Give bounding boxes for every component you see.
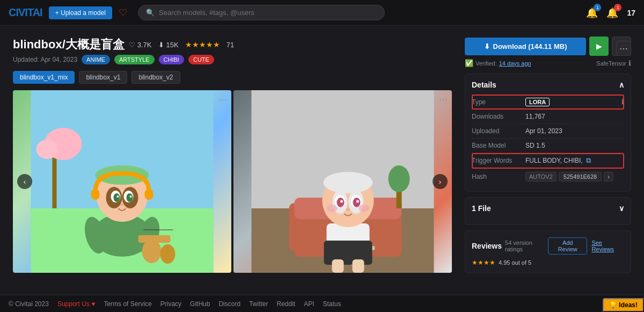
- search-bar[interactable]: 🔍: [138, 5, 385, 20]
- version-tab-v1mix[interactable]: blindbox_v1_mix: [13, 71, 75, 84]
- upload-label: + Upload a model: [55, 9, 106, 17]
- bell-badge: 1: [614, 4, 621, 11]
- likes-count: 3.7K: [137, 41, 152, 49]
- hash-value: 525491E628: [559, 172, 602, 182]
- model-stats: ♡ 3.7K ⬇ 15K ★★★★★ 71: [129, 40, 234, 49]
- hash-value-row: AUTOV2 525491E628 ›: [525, 172, 613, 182]
- version-tab-v1[interactable]: blindbox_v1: [79, 71, 127, 84]
- svg-point-33: [389, 165, 410, 192]
- notifications-icon[interactable]: 🔔 1: [586, 7, 598, 19]
- svg-point-17: [121, 204, 124, 206]
- more-options-button[interactable]: ⋯: [616, 41, 631, 56]
- hash-expand-icon[interactable]: ›: [604, 172, 613, 182]
- trigger-text: FULL BODY, CHIBI,: [525, 157, 583, 164]
- download-row: ⬇ Download (144.11 MB) ▶ ♡: [465, 37, 631, 56]
- base-model-value: SD 1.5: [525, 142, 624, 149]
- download-button[interactable]: ⬇ Download (144.11 MB): [465, 38, 586, 55]
- verified-info: ✅ Verified: 14 days ago: [465, 59, 531, 67]
- gallery-more-dots-2[interactable]: ⋯: [439, 95, 448, 105]
- version-tabs: blindbox_v1_mix blindbox_v1 blindbox_v2: [13, 71, 452, 84]
- svg-point-45: [337, 198, 345, 207]
- chibi-art-2: [233, 90, 452, 273]
- gallery-next-button[interactable]: ›: [433, 174, 448, 189]
- copy-trigger-icon[interactable]: ⧉: [586, 156, 591, 165]
- footer-reddit-link[interactable]: Reddit: [276, 300, 295, 308]
- image-gallery: ⋯ ‹: [13, 90, 452, 273]
- files-expand-icon[interactable]: ∨: [619, 204, 624, 213]
- files-header: 1 File ∨: [472, 204, 624, 213]
- downloads-label: Downloads: [472, 113, 525, 120]
- type-info-icon[interactable]: ℹ: [621, 98, 624, 106]
- svg-point-15: [117, 195, 119, 198]
- gallery-prev-button[interactable]: ‹: [17, 174, 32, 189]
- add-review-button[interactable]: Add Review: [548, 237, 587, 255]
- trigger-value-row: FULL BODY, CHIBI, ⧉: [525, 156, 591, 165]
- footer-support-link[interactable]: Support Us ♥: [57, 300, 96, 308]
- updated-date: Updated: Apr 04, 2023: [13, 56, 77, 63]
- svg-point-47: [340, 200, 343, 203]
- base-model-label: Base Model: [472, 142, 525, 149]
- footer-discord-link[interactable]: Discord: [218, 300, 240, 308]
- safe-tensor-info-icon[interactable]: ℹ: [628, 59, 631, 67]
- tag-cute[interactable]: CUTE: [188, 55, 214, 64]
- see-reviews-link[interactable]: See Reviews: [591, 240, 624, 252]
- tag-chibi[interactable]: CHIBI: [159, 55, 184, 64]
- reviews-actions: Add Review See Reviews: [548, 237, 624, 255]
- svg-rect-38: [324, 241, 372, 265]
- safe-tensor-label: SafeTensor: [596, 60, 626, 67]
- ideas-button[interactable]: 💡 Ideas!: [603, 298, 644, 312]
- footer-privacy-link[interactable]: Privacy: [160, 300, 181, 308]
- favorites-icon[interactable]: ♡: [119, 7, 127, 19]
- footer-twitter-link[interactable]: Twitter: [249, 300, 268, 308]
- chibi-art-1: [13, 90, 231, 273]
- safe-tensor-row: SafeTensor ℹ: [596, 59, 631, 67]
- footer-status-link[interactable]: Status: [323, 300, 341, 308]
- review-stars-row: ★★★★ 4.95 out of 5: [472, 259, 624, 266]
- downloads-row: Downloads 11,767: [472, 110, 624, 124]
- footer-github-link[interactable]: GitHub: [190, 300, 210, 308]
- details-title: Details: [472, 81, 496, 89]
- footer: © Civitai 2023 Support Us ♥ Terms of Ser…: [0, 295, 644, 312]
- uploaded-label: Uploaded: [472, 127, 525, 135]
- search-input[interactable]: [159, 9, 377, 17]
- footer-api-link[interactable]: API: [304, 300, 314, 308]
- main-content: blindbox/大概是盲盒 ♡ 3.7K ⬇ 15K ★★★★★ 71 Upd…: [0, 26, 644, 273]
- svg-rect-2: [53, 155, 57, 208]
- upload-button[interactable]: + Upload a model: [49, 6, 112, 19]
- review-score: 4.95 out of 5: [499, 259, 531, 266]
- hash-label: Hash: [472, 173, 525, 180]
- footer-brand: © Civitai 2023: [9, 300, 49, 308]
- download-label: Download (144.11 MB): [493, 42, 567, 50]
- likes-stat: ♡ 3.7K: [129, 41, 152, 49]
- details-section: Details ∧ Type LORA ℹ Downloads 11,767 U…: [465, 74, 631, 192]
- trigger-words-row: Trigger Words FULL BODY, CHIBI, ⧉: [472, 153, 624, 169]
- gallery-image-2: ⋯ ›: [233, 90, 452, 273]
- svg-point-50: [359, 205, 370, 212]
- tag-artstyle[interactable]: ARTSTYLE: [114, 55, 155, 64]
- verified-date-link[interactable]: 14 days ago: [499, 60, 531, 67]
- tag-anime[interactable]: ANIME: [82, 55, 110, 64]
- svg-point-23: [142, 240, 162, 263]
- message-count[interactable]: 17: [627, 9, 635, 17]
- right-panel: ⬇ Download (144.11 MB) ▶ ♡ ✅ Verified: 1…: [465, 37, 631, 273]
- play-button[interactable]: ▶: [589, 37, 609, 56]
- gallery-more-dots-1[interactable]: ⋯: [218, 95, 227, 105]
- header: CIVITAI + Upload a model ♡ 🔍 🔔 1 🔔 1 17: [0, 0, 644, 26]
- play-icon: ▶: [596, 42, 602, 50]
- type-value: LORA: [525, 98, 621, 106]
- base-model-row: Base Model SD 1.5: [472, 139, 624, 153]
- svg-point-53: [347, 208, 350, 211]
- bell-icon[interactable]: 🔔 1: [606, 7, 618, 19]
- svg-rect-19: [145, 189, 153, 200]
- svg-point-24: [160, 244, 175, 264]
- version-tab-v2[interactable]: blindbox_v2: [131, 71, 180, 84]
- reviews-header: Reviews 54 version ratings Add Review Se…: [472, 237, 624, 255]
- model-title: blindbox/大概是盲盒: [13, 37, 125, 53]
- notif-badge: 1: [594, 4, 601, 11]
- footer-terms-link[interactable]: Terms of Service: [104, 300, 151, 308]
- details-collapse-icon[interactable]: ∧: [619, 81, 624, 89]
- verified-label: Verified:: [475, 60, 497, 67]
- model-meta: Updated: Apr 04, 2023 ANIME ARTSTYLE CHI…: [13, 55, 452, 64]
- verified-row: ✅ Verified: 14 days ago SafeTensor ℹ: [465, 59, 631, 67]
- header-right: 🔔 1 🔔 1 17: [586, 7, 635, 19]
